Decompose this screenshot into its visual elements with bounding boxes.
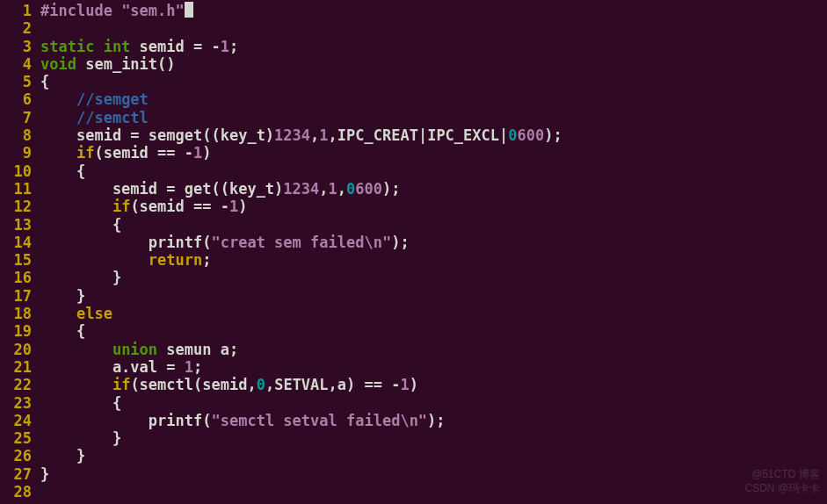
code-token: semun a; (157, 341, 238, 358)
code-token: 1 (185, 358, 193, 376)
code-token: "sem.h" (121, 2, 185, 19)
code-token: #include (40, 2, 121, 19)
code-token: } (40, 447, 85, 464)
line-number: 7 (0, 109, 40, 126)
code-token (40, 109, 76, 126)
code-token: { (40, 162, 85, 180)
code-token (40, 90, 76, 108)
code-token: "creat sem failed\n" (211, 234, 391, 251)
code-line: 26 } (0, 447, 827, 464)
code-line: 6 //semget (0, 90, 827, 108)
line-number: 17 (0, 287, 40, 305)
line-number: 21 (0, 358, 40, 376)
line-number: 12 (0, 198, 40, 215)
code-token: ) (202, 144, 211, 162)
code-line: 27} (0, 465, 827, 483)
code-token: } (40, 465, 49, 483)
code-line: 17 } (0, 287, 827, 305)
line-number: 5 (0, 73, 40, 90)
code-line: 2 (0, 19, 827, 37)
code-token: return (149, 251, 202, 269)
code-line: 10 { (0, 162, 827, 180)
line-number: 4 (0, 55, 40, 73)
code-line: 25 } (0, 429, 827, 447)
code-line: 12 if(semid == -1) (0, 198, 827, 215)
code-token: ) (410, 376, 418, 393)
code-token: if (112, 376, 130, 393)
code-line: 24 printf("semctl setval failed\n"); (0, 412, 827, 429)
code-token: printf( (40, 234, 211, 251)
code-token: //semctl (76, 109, 149, 126)
line-number: 10 (0, 162, 40, 180)
code-line: 16 } (0, 269, 827, 286)
code-line: 15 return; (0, 251, 827, 269)
cursor (185, 2, 193, 18)
code-token: (semid == - (130, 198, 229, 215)
code-token: else (76, 305, 112, 322)
line-number: 28 (0, 483, 40, 500)
code-line: 9 if(semid == -1) (0, 144, 827, 162)
code-editor: 1#include "sem.h"23static int semid = -1… (0, 2, 827, 500)
code-line: 21 a.val = 1; (0, 358, 827, 376)
code-token: (semctl(semid, (130, 376, 256, 393)
code-token: 600 (518, 126, 545, 144)
line-number: 19 (0, 322, 40, 340)
code-line: 3static int semid = -1; (0, 38, 827, 55)
line-number: 25 (0, 429, 40, 447)
code-line: 18 else (0, 305, 827, 322)
code-token: ,SETVAL,a) == - (265, 376, 401, 393)
line-number: 3 (0, 38, 40, 55)
code-token: { (40, 216, 121, 234)
code-token: 1234 (274, 126, 310, 144)
code-token: "semctl setval failed\n" (211, 412, 427, 429)
code-token: if (76, 144, 94, 162)
code-line: 7 //semctl (0, 109, 827, 126)
code-token: 1 (229, 198, 238, 215)
line-number: 23 (0, 394, 40, 412)
code-token: ,IPC_CREAT|IPC_EXCL| (329, 126, 509, 144)
code-token: 0 (508, 126, 517, 144)
line-number: 9 (0, 144, 40, 162)
code-token: { (40, 394, 121, 412)
code-line: 11 semid = get((key_t)1234,1,0600); (0, 180, 827, 198)
code-token: ); (391, 234, 409, 251)
code-token: { (40, 322, 85, 340)
code-token: sem_init() (76, 55, 176, 73)
code-token: 1 (400, 376, 409, 393)
code-token: semid = - (130, 38, 220, 55)
line-number: 16 (0, 269, 40, 286)
code-token: 1 (329, 180, 337, 198)
code-token: ); (544, 126, 562, 144)
code-token: , (319, 180, 328, 198)
code-token: } (40, 429, 121, 447)
code-token: union (112, 341, 157, 358)
code-token: printf( (40, 412, 211, 429)
code-token: 1 (319, 126, 328, 144)
line-number: 24 (0, 412, 40, 429)
watermark-csdn: CSDN @玛卡卡 (744, 479, 820, 497)
code-token: ; (202, 251, 211, 269)
code-line: 14 printf("creat sem failed\n"); (0, 234, 827, 251)
code-line: 23 { (0, 394, 827, 412)
code-token: ); (382, 180, 400, 198)
code-token: 1 (193, 144, 202, 162)
code-token: semid = get((key_t) (40, 180, 283, 198)
code-token (40, 376, 112, 393)
code-token: ) (238, 198, 247, 215)
code-line: 19 { (0, 322, 827, 340)
code-token: { (40, 73, 49, 90)
code-token: a.val = (40, 358, 185, 376)
code-token: 0 (257, 376, 265, 393)
code-line: 8 semid = semget((key_t)1234,1,IPC_CREAT… (0, 126, 827, 144)
code-token: 1234 (283, 180, 319, 198)
code-token: ; (193, 358, 202, 376)
line-number: 15 (0, 251, 40, 269)
code-line: 5{ (0, 73, 827, 90)
line-number: 27 (0, 465, 40, 483)
line-number: 13 (0, 216, 40, 234)
code-token: static int (40, 38, 130, 55)
code-token: ; (229, 38, 238, 55)
code-token (40, 198, 112, 215)
code-token: ); (427, 412, 445, 429)
code-token: //semget (76, 90, 149, 108)
